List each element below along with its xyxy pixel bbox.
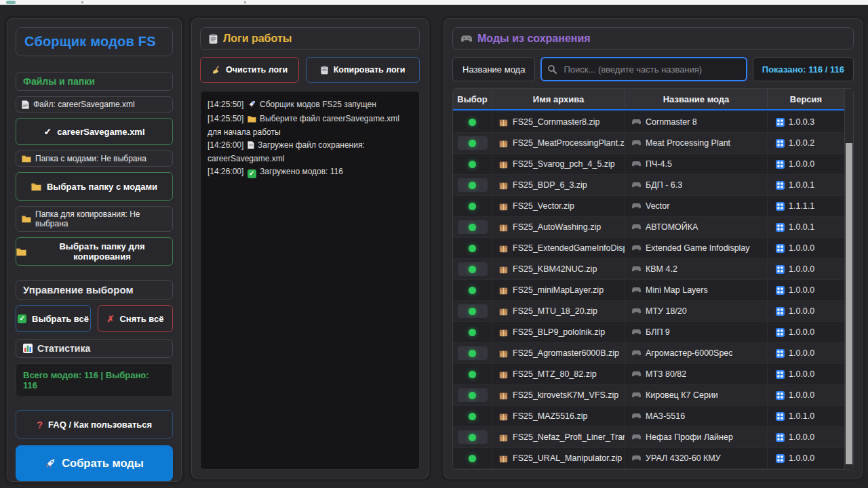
scrollbar-thumb[interactable]	[846, 143, 852, 464]
log-entry: [14:25:50] Выберите файл careerSavegame.…	[208, 113, 412, 138]
folder-icon	[248, 114, 256, 126]
package-icon	[499, 454, 508, 463]
mod-archive-name: FS25_MeatProcessingPlant.zip	[513, 138, 625, 148]
table-row[interactable]: FS25_Vector.zip Vector 1.1.1.1	[453, 196, 844, 217]
search-icon	[547, 64, 557, 74]
selected-indicator[interactable]	[469, 434, 476, 441]
log-entry: [14:26:00] ✓ Загружено модов: 116	[208, 165, 412, 179]
table-scrollbar[interactable]	[844, 89, 853, 469]
mod-archive-name: FS25_Nefaz_Profi_Liner_Trans.zip	[513, 432, 625, 442]
rocket-icon	[248, 100, 256, 112]
table-row[interactable]: FS25_MeatProcessingPlant.zip Meat Proces…	[453, 133, 844, 154]
gamepad-icon	[461, 35, 472, 43]
table-row[interactable]: FS25_KBM42NUC.zip КВМ 4.2 1.0.0.0	[453, 259, 844, 280]
table-row[interactable]: FS25_MTU_18_20.zip МТУ 18/20 1.0.0.0	[453, 301, 844, 322]
checkmark-icon: ✓	[43, 127, 52, 136]
folder-icon	[31, 182, 41, 191]
mod-title: Кировец К7 Серии	[646, 390, 718, 400]
savegame-file-button[interactable]: ✓ careerSavegame.xml	[16, 118, 173, 145]
selected-indicator[interactable]	[469, 350, 476, 357]
mod-title: МТЗ 80/82	[646, 369, 686, 379]
package-icon	[499, 265, 508, 274]
table-row[interactable]: FS25_Cornmaster8.zip Cornmaster 8 1.0.0.…	[453, 112, 844, 133]
column-header-archive[interactable]: Имя архива	[492, 89, 625, 109]
checkbox-icon: ✓	[248, 167, 256, 179]
selected-indicator[interactable]	[469, 140, 476, 147]
selected-indicator[interactable]	[469, 224, 476, 231]
mod-version: 1.0.0.0	[789, 390, 814, 400]
selected-indicator[interactable]	[469, 203, 476, 210]
mod-version: 1.0.0.0	[789, 306, 814, 316]
gamepad-icon	[632, 245, 641, 251]
selected-indicator[interactable]	[469, 161, 476, 168]
selected-indicator[interactable]	[469, 119, 476, 126]
table-row[interactable]: FS25_ExtendedGameInfoDisplay.zip Extende…	[453, 238, 844, 259]
selected-indicator[interactable]	[469, 245, 476, 252]
choose-copy-folder-button[interactable]: Выбрать папку для копирования	[16, 237, 173, 266]
clear-logs-button[interactable]: Очистить логи	[200, 57, 299, 83]
mod-archive-name: FS25_BDP_6_3.zip	[513, 180, 587, 190]
mod-version: 1.0.0.1	[789, 222, 814, 232]
savegame-file-label: Файл: careerSavegame.xml	[16, 96, 173, 113]
package-icon	[499, 244, 508, 253]
table-row[interactable]: FS25_kirovetsK7M_VFS.zip Кировец К7 Сери…	[453, 385, 844, 406]
table-row[interactable]: FS25_Svarog_pch_4_5.zip ПЧ-4.5 1.0.0.0	[453, 154, 844, 175]
log-output[interactable]: [14:25:50] Сборщик модов FS25 запущен [1…	[200, 91, 420, 470]
selected-indicator[interactable]	[469, 455, 476, 462]
browser-tab-strip	[0, 0, 868, 5]
gamepad-icon	[632, 287, 641, 293]
mod-version: 1.0.0.0	[789, 264, 814, 274]
version-icon	[776, 433, 785, 442]
table-row[interactable]: FS25_MTZ_80_82.zip МТЗ 80/82 1.0.0.0	[453, 364, 844, 385]
table-row[interactable]: FS25_BLP9_pololnik.zip БЛП 9 1.0.0.0	[453, 322, 844, 343]
selected-indicator[interactable]	[469, 413, 476, 420]
table-row[interactable]: FS25_MAZ5516.zip МАЗ-5516 1.0.1.0	[453, 406, 844, 427]
select-all-button[interactable]: ✓ Выбрать всё	[16, 305, 91, 332]
package-icon	[499, 139, 508, 148]
selected-indicator[interactable]	[469, 371, 476, 378]
selected-indicator[interactable]	[469, 287, 476, 294]
logs-title: Логи работы	[223, 33, 292, 45]
column-header-select[interactable]: Выбор	[453, 89, 492, 109]
selected-indicator[interactable]	[469, 182, 476, 189]
column-header-version[interactable]: Версия	[768, 89, 844, 109]
version-icon	[776, 349, 785, 358]
mod-title: Vector	[646, 201, 669, 211]
gamepad-icon	[632, 182, 641, 188]
stats-section-header: Статистика	[16, 339, 173, 358]
copy-logs-button[interactable]: Копировать логи	[306, 57, 420, 83]
filter-field-selector[interactable]: Название мода	[452, 57, 535, 81]
mod-version: 1.0.0.0	[789, 327, 814, 337]
mod-version: 1.0.1.0	[789, 411, 814, 421]
document-icon	[248, 140, 254, 152]
version-icon	[776, 181, 785, 190]
version-icon	[776, 328, 785, 337]
selected-indicator[interactable]	[469, 392, 476, 399]
gamepad-icon	[632, 455, 641, 462]
table-row[interactable]: FS25_Nefaz_Profi_Liner_Trans.zip Нефаз П…	[453, 427, 844, 448]
copy-folder-label: Папка для копирования: Не выбрана	[16, 206, 173, 232]
clipboard-icon	[209, 34, 218, 44]
table-row[interactable]: FS25_BDP_6_3.zip БДП - 6.3 1.0.0.1	[453, 175, 844, 196]
choose-mods-folder-button[interactable]: Выбрать папку с модами	[16, 172, 173, 201]
selected-indicator[interactable]	[469, 329, 476, 336]
build-mods-button[interactable]: Собрать моды	[16, 445, 173, 481]
shown-counter-badge: Показано: 116 / 116	[753, 57, 854, 81]
package-icon	[499, 160, 508, 169]
mod-archive-name: FS25_ExtendedGameInfoDisplay.zip	[513, 243, 625, 253]
table-row[interactable]: FS25_URAL_Manipulator.zip УРАЛ 4320-60 К…	[453, 448, 844, 469]
table-row[interactable]: FS25_miniMapLayer.zip Mini Map Layers 1.…	[453, 280, 844, 301]
deselect-all-button[interactable]: ✗ Снять всё	[98, 305, 173, 332]
search-input[interactable]	[540, 57, 747, 81]
mod-archive-name: FS25_KBM42NUC.zip	[513, 264, 597, 274]
mod-title: ПЧ-4.5	[646, 159, 672, 169]
table-row[interactable]: FS25_Agromaster6000B.zip Агромастер-6000…	[453, 343, 844, 364]
mod-archive-name: FS25_Agromaster6000B.zip	[513, 348, 619, 358]
table-row[interactable]: FS25_AutoWashing.zip АВТОМОЙКА 1.0.0.1	[453, 217, 844, 238]
folder-icon	[22, 155, 31, 163]
faq-button[interactable]: ? FAQ / Как пользоваться	[16, 410, 173, 439]
tab-mark	[81, 1, 83, 3]
selected-indicator[interactable]	[469, 308, 476, 315]
selected-indicator[interactable]	[469, 266, 476, 273]
column-header-name[interactable]: Название мода	[625, 89, 768, 109]
